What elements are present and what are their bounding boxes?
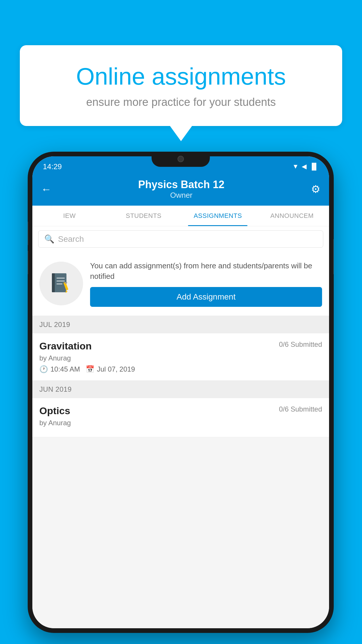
tab-bar: IEW STUDENTS ASSIGNMENTS ANNOUNCEM	[32, 206, 329, 226]
tab-iew[interactable]: IEW	[32, 206, 107, 226]
add-assignment-button[interactable]: Add Assignment	[90, 287, 322, 307]
assignment-author-optics: by Anurag	[39, 419, 322, 427]
camera-icon	[178, 156, 184, 162]
assignment-time: 10:45 AM	[50, 365, 80, 373]
info-card: You can add assignment(s) from here and …	[32, 252, 329, 316]
tab-announcements[interactable]: ANNOUNCEM	[255, 206, 329, 226]
volume-up-button	[28, 222, 28, 245]
section-header-jul2019: JUL 2019	[32, 316, 329, 333]
notch	[152, 152, 210, 167]
settings-icon[interactable]: ⚙	[311, 183, 320, 195]
app-header: ← Physics Batch 12 Owner ⚙	[32, 174, 329, 206]
info-right: You can add assignment(s) from here and …	[90, 260, 322, 307]
assignment-author: by Anurag	[39, 354, 322, 362]
assignment-status-optics: 0/6 Submitted	[279, 405, 322, 413]
bubble-title: Online assignments	[43, 63, 319, 90]
power-button	[333, 239, 334, 274]
header-center: Physics Batch 12 Owner	[138, 178, 224, 200]
header-subtitle: Owner	[138, 191, 224, 200]
assignment-item-gravitation[interactable]: Gravitation 0/6 Submitted by Anurag 🕐 10…	[32, 333, 329, 381]
meta-time: 🕐 10:45 AM	[39, 365, 80, 373]
assignment-status: 0/6 Submitted	[279, 340, 322, 349]
wifi-icon: ▼	[292, 163, 299, 170]
svg-rect-3	[57, 281, 65, 281]
assignment-date: Jul 07, 2019	[97, 365, 135, 373]
battery-icon: ▐▌	[310, 163, 319, 170]
status-icons: ▼ ◀ ▐▌	[292, 163, 319, 170]
info-description: You can add assignment(s) from here and …	[90, 260, 322, 282]
speech-bubble-container: Online assignments ensure more practice …	[20, 45, 342, 126]
section-header-jun2019: JUN 2019	[32, 381, 329, 398]
search-container: 🔍 Search	[32, 226, 329, 252]
clock-icon: 🕐	[39, 365, 48, 373]
phone-wrapper: 14:29 ▼ ◀ ▐▌ ← Physics Batch 12 Owner ⚙	[28, 152, 334, 633]
calendar-icon: 📅	[86, 365, 94, 373]
screen: 14:29 ▼ ◀ ▐▌ ← Physics Batch 12 Owner ⚙	[32, 156, 329, 628]
bubble-subtitle: ensure more practice for your students	[43, 96, 319, 108]
meta-date: 📅 Jul 07, 2019	[86, 365, 135, 373]
search-icon: 🔍	[44, 234, 55, 244]
phone-frame: 14:29 ▼ ◀ ▐▌ ← Physics Batch 12 Owner ⚙	[28, 152, 334, 633]
search-bar[interactable]: 🔍 Search	[38, 230, 323, 248]
assignment-name: Gravitation	[39, 340, 92, 352]
signal-icon: ◀	[302, 163, 307, 170]
header-title: Physics Batch 12	[138, 178, 224, 191]
svg-rect-1	[52, 273, 55, 292]
svg-rect-4	[57, 284, 62, 284]
assignment-header: Gravitation 0/6 Submitted	[39, 340, 322, 352]
notebook-icon-circle	[39, 262, 83, 305]
svg-rect-2	[57, 278, 65, 279]
status-time: 14:29	[43, 162, 62, 171]
notebook-icon	[50, 272, 73, 295]
content-area: 🔍 Search	[32, 226, 329, 628]
tab-students[interactable]: STUDENTS	[107, 206, 181, 226]
back-button[interactable]: ←	[41, 183, 52, 195]
tab-assignments[interactable]: ASSIGNMENTS	[181, 206, 255, 226]
assignment-meta: 🕐 10:45 AM 📅 Jul 07, 2019	[39, 365, 322, 373]
search-placeholder: Search	[58, 235, 84, 244]
speech-bubble: Online assignments ensure more practice …	[20, 45, 342, 126]
assignment-header-optics: Optics 0/6 Submitted	[39, 405, 322, 416]
volume-down-button	[28, 251, 28, 274]
assignment-name-optics: Optics	[39, 405, 70, 416]
assignment-item-optics[interactable]: Optics 0/6 Submitted by Anurag	[32, 398, 329, 437]
